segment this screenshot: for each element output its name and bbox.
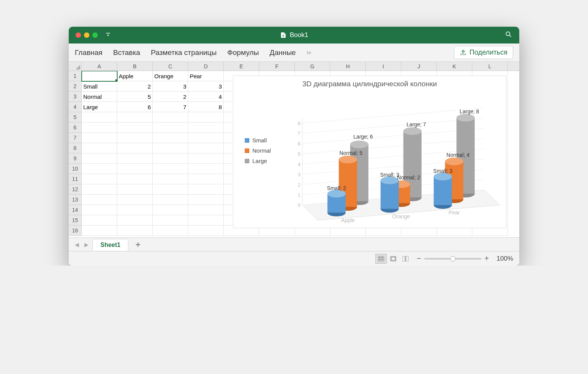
cell-B1[interactable]: Apple <box>117 71 153 81</box>
column-header-L[interactable]: L <box>472 62 508 71</box>
cell-B3[interactable]: 5 <box>117 92 153 102</box>
tab-home[interactable]: Главная <box>75 48 102 57</box>
cell-D7[interactable] <box>188 133 224 143</box>
row-header-6[interactable]: 6 <box>69 123 82 133</box>
cell-B6[interactable] <box>117 123 153 133</box>
cell-B14[interactable] <box>117 205 153 215</box>
row-header-10[interactable]: 10 <box>69 164 82 174</box>
zoom-slider[interactable]: − + <box>417 254 489 263</box>
cell-B4[interactable]: 6 <box>117 102 153 112</box>
column-header-K[interactable]: K <box>437 62 472 71</box>
cell-A5[interactable] <box>82 112 117 123</box>
cell-D16[interactable] <box>188 226 224 236</box>
cell-A14[interactable] <box>82 205 117 215</box>
cell-A9[interactable] <box>82 153 117 164</box>
column-header-F[interactable]: F <box>259 62 295 71</box>
cell-C11[interactable] <box>153 174 188 184</box>
cell-C7[interactable] <box>153 133 188 143</box>
cell-B10[interactable] <box>117 164 153 174</box>
view-page-layout-button[interactable] <box>388 254 399 264</box>
row-header-13[interactable]: 13 <box>69 195 82 205</box>
cell-D4[interactable]: 8 <box>188 102 224 112</box>
cell-C5[interactable] <box>153 112 188 123</box>
cell-D5[interactable] <box>188 112 224 123</box>
spreadsheet-grid[interactable]: ABCDEFGHIJKL 1AppleOrangePear2Small2333N… <box>69 62 519 237</box>
tab-formulas[interactable]: Формулы <box>227 48 259 57</box>
cell-D2[interactable]: 3 <box>188 81 224 92</box>
column-header-H[interactable]: H <box>330 62 366 71</box>
zoom-out-button[interactable]: − <box>417 254 421 263</box>
share-button[interactable]: Поделиться <box>454 46 513 59</box>
cell-D13[interactable] <box>188 195 224 205</box>
cell-A15[interactable] <box>82 215 117 226</box>
column-header-D[interactable]: D <box>188 62 224 71</box>
row-header-12[interactable]: 12 <box>69 184 82 195</box>
cell-A11[interactable] <box>82 174 117 184</box>
chart-object[interactable]: 3D диаграмма цилиндрической колонки Smal… <box>233 76 506 228</box>
cell-D14[interactable] <box>188 205 224 215</box>
cell-D8[interactable] <box>188 143 224 153</box>
row-header-3[interactable]: 3 <box>69 92 82 102</box>
row-header-15[interactable]: 15 <box>69 215 82 226</box>
select-all-corner[interactable] <box>69 62 82 71</box>
tab-page-layout[interactable]: Разметка страницы <box>151 48 216 57</box>
cell-C6[interactable] <box>153 123 188 133</box>
view-normal-button[interactable] <box>375 254 387 264</box>
cell-C1[interactable]: Orange <box>153 71 188 81</box>
cell-A12[interactable] <box>82 184 117 195</box>
cell-B8[interactable] <box>117 143 153 153</box>
column-header-A[interactable]: A <box>82 62 117 71</box>
cell-D3[interactable]: 4 <box>188 92 224 102</box>
cell-C8[interactable] <box>153 143 188 153</box>
cell-A10[interactable] <box>82 164 117 174</box>
cell-B7[interactable] <box>117 133 153 143</box>
sheet-tab-active[interactable]: Sheet1 <box>92 239 128 251</box>
row-header-7[interactable]: 7 <box>69 133 82 143</box>
column-header-C[interactable]: C <box>153 62 188 71</box>
cell-D9[interactable] <box>188 153 224 164</box>
cell-A13[interactable] <box>82 195 117 205</box>
zoom-thumb[interactable] <box>450 256 456 261</box>
sheet-nav-prev[interactable]: ◀ <box>73 242 81 248</box>
row-header-9[interactable]: 9 <box>69 153 82 164</box>
add-sheet-button[interactable]: + <box>131 239 145 250</box>
cell-D11[interactable] <box>188 174 224 184</box>
column-header-G[interactable]: G <box>295 62 330 71</box>
tab-insert[interactable]: Вставка <box>113 48 140 57</box>
minimize-window-button[interactable] <box>84 32 89 38</box>
row-header-1[interactable]: 1 <box>69 71 82 81</box>
view-page-break-button[interactable] <box>400 254 411 264</box>
zoom-track[interactable] <box>424 258 481 260</box>
zoom-in-button[interactable]: + <box>485 254 489 263</box>
cell-B5[interactable] <box>117 112 153 123</box>
cell-B9[interactable] <box>117 153 153 164</box>
close-window-button[interactable] <box>76 32 81 38</box>
row-header-2[interactable]: 2 <box>69 81 82 92</box>
cell-C13[interactable] <box>153 195 188 205</box>
row-header-8[interactable]: 8 <box>69 143 82 153</box>
search-icon[interactable] <box>505 31 512 40</box>
cell-D12[interactable] <box>188 184 224 195</box>
cell-B13[interactable] <box>117 195 153 205</box>
cell-C2[interactable]: 3 <box>153 81 188 92</box>
cell-B16[interactable] <box>117 226 153 236</box>
row-header-4[interactable]: 4 <box>69 102 82 112</box>
column-header-E[interactable]: E <box>224 62 259 71</box>
cell-B12[interactable] <box>117 184 153 195</box>
cell-C3[interactable]: 2 <box>153 92 188 102</box>
cell-B2[interactable]: 2 <box>117 81 153 92</box>
sheet-nav-next[interactable]: ▶ <box>83 242 90 248</box>
cell-C14[interactable] <box>153 205 188 215</box>
cell-C16[interactable] <box>153 226 188 236</box>
cell-C4[interactable]: 7 <box>153 102 188 112</box>
cell-C12[interactable] <box>153 184 188 195</box>
cell-A7[interactable] <box>82 133 117 143</box>
column-header-I[interactable]: I <box>366 62 401 71</box>
cell-D1[interactable]: Pear <box>188 71 224 81</box>
cell-D6[interactable] <box>188 123 224 133</box>
cell-A1[interactable] <box>82 71 117 81</box>
cell-A3[interactable]: Normal <box>82 92 117 102</box>
quick-access-dropdown[interactable] <box>105 32 111 39</box>
column-header-J[interactable]: J <box>401 62 437 71</box>
cell-B11[interactable] <box>117 174 153 184</box>
